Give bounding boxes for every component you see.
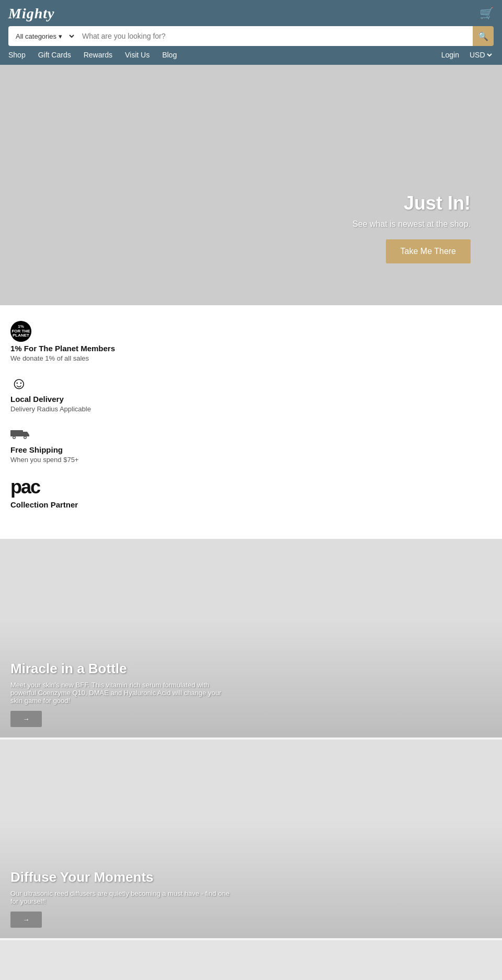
pac-logo: pac	[10, 476, 492, 498]
feature-local-delivery-title: Local Delivery	[10, 395, 492, 403]
promo-diffuse-button[interactable]: →	[10, 912, 42, 928]
feature-local-delivery: ☺ Local Delivery Delivery Radius Applica…	[10, 375, 492, 413]
feature-free-shipping-title: Free Shipping	[10, 445, 492, 454]
hero-subtitle: See what is newest at the shop.	[352, 220, 471, 229]
feature-pac: pac Collection Partner	[10, 476, 492, 511]
promo-miracle-desc: Meet your skin's new BFF. This vitamin r…	[10, 681, 230, 705]
search-button[interactable]: 🔍	[473, 26, 494, 46]
hero-banner: Just In! See what is newest at the shop.…	[0, 65, 502, 305]
svg-point-2	[14, 437, 15, 439]
logo: Mighty	[8, 5, 54, 22]
promo-miracle-content: Miracle in a Bottle Meet your skin's new…	[10, 661, 492, 727]
take-me-there-button[interactable]: Take Me There	[386, 239, 471, 263]
search-input[interactable]	[76, 26, 473, 46]
nav-links: Shop Gift Cards Rewards Visit Us Blog	[8, 51, 177, 59]
nav-right: Login USD CAD	[441, 50, 494, 60]
feature-one-percent-title: 1% For The Planet Members	[10, 344, 492, 353]
nav-link-gift-cards[interactable]: Gift Cards	[38, 51, 71, 59]
feature-pac-title: Collection Partner	[10, 500, 492, 509]
promo-diffuse-desc: Our ultrasonic reed diffusers are quietl…	[10, 890, 230, 905]
one-percent-circle: 1%FOR THEPLANET	[10, 321, 31, 342]
nav-link-visit-us[interactable]: Visit Us	[125, 51, 150, 59]
feature-local-delivery-desc: Delivery Radius Applicable	[10, 405, 492, 413]
search-row: All categories ▾ 🔍	[8, 26, 494, 46]
promo-fill: Fill 'er Up! Take a look at our refillin…	[0, 940, 502, 980]
nav-link-blog[interactable]: Blog	[162, 51, 177, 59]
hero-content: Just In! See what is newest at the shop.…	[352, 192, 502, 305]
one-percent-logo: 1%FOR THEPLANET	[10, 321, 492, 342]
promo-miracle-bottle: Miracle in a Bottle Meet your skin's new…	[0, 539, 502, 737]
promo-miracle-button[interactable]: →	[10, 711, 42, 727]
promo-miracle-title: Miracle in a Bottle	[10, 661, 492, 677]
nav-link-shop[interactable]: Shop	[8, 51, 26, 59]
promo-diffuse: Diffuse Your Moments Our ultrasonic reed…	[0, 740, 502, 938]
hero-title: Just In!	[352, 192, 471, 214]
promo-diffuse-content: Diffuse Your Moments Our ultrasonic reed…	[10, 869, 492, 928]
feature-free-shipping-desc: When you spend $75+	[10, 456, 492, 464]
currency-select[interactable]: USD CAD	[467, 50, 494, 60]
svg-point-4	[25, 437, 26, 439]
smiley-icon: ☺	[10, 375, 492, 391]
header: Mighty 🛒 All categories ▾ 🔍 Shop Gift Ca…	[0, 0, 502, 65]
header-top: Mighty 🛒	[8, 5, 494, 22]
promo-diffuse-title: Diffuse Your Moments	[10, 869, 492, 885]
svg-rect-0	[10, 430, 23, 436]
features-section: 1%FOR THEPLANET 1% For The Planet Member…	[0, 305, 502, 539]
search-icon: 🔍	[478, 31, 488, 41]
nav-link-rewards[interactable]: Rewards	[84, 51, 112, 59]
truck-icon	[10, 425, 492, 442]
feature-one-percent-desc: We donate 1% of all sales	[10, 354, 492, 362]
feature-free-shipping: Free Shipping When you spend $75+	[10, 425, 492, 464]
cart-icon[interactable]: 🛒	[480, 7, 494, 20]
feature-one-percent: 1%FOR THEPLANET 1% For The Planet Member…	[10, 321, 492, 362]
nav-row: Shop Gift Cards Rewards Visit Us Blog Lo…	[8, 50, 494, 60]
category-dropdown[interactable]: All categories ▾	[8, 26, 76, 46]
login-link[interactable]: Login	[441, 51, 459, 59]
